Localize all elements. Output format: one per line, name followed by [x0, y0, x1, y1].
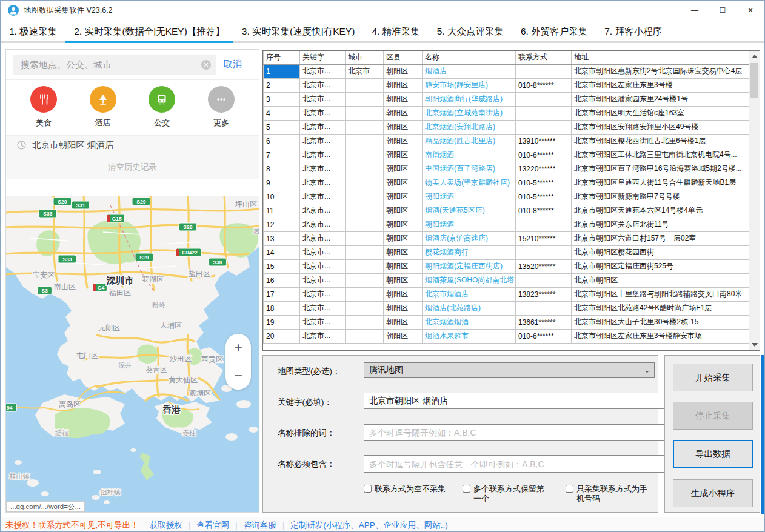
cell[interactable]: 14	[264, 245, 300, 259]
cell[interactable]: 北京市朝阳区关东店北街11号	[572, 218, 750, 231]
cell[interactable]: 北京市...	[300, 78, 346, 92]
cell[interactable]: 朝阳区	[384, 231, 423, 245]
cell[interactable]: 北京市朝阳区潘家园东里24号楼1号	[572, 92, 750, 106]
cell[interactable]	[516, 218, 572, 231]
cell[interactable]: 朝阳区	[384, 176, 423, 190]
cell[interactable]: 18	[264, 301, 300, 315]
cell[interactable]: 朝阳区	[384, 162, 423, 176]
cell[interactable]: 北京市...	[300, 92, 346, 106]
cell[interactable]: 朝阳区	[384, 273, 423, 287]
cell[interactable]: 010-5******	[516, 190, 572, 204]
cell[interactable]	[346, 176, 384, 190]
scrollbar-thumb[interactable]	[750, 63, 758, 98]
cell[interactable]: 南街烟酒	[423, 148, 516, 162]
status-link-3[interactable]: 咨询客服	[244, 520, 276, 531]
category-hotel[interactable]: 酒店	[87, 86, 119, 135]
cell[interactable]	[346, 315, 384, 329]
cell[interactable]: 朝阳区	[384, 329, 423, 343]
scroll-up-icon[interactable]	[752, 55, 758, 58]
cell[interactable]: 1	[264, 64, 300, 78]
cell[interactable]: 北京市朝阳区明天生活馆c座163室	[572, 106, 750, 120]
cell[interactable]	[516, 106, 572, 120]
tab-6[interactable]: 6. 外贸客户采集	[512, 20, 596, 43]
cell[interactable]	[346, 329, 384, 343]
map-canvas[interactable]: S20S31S33S29G15S28G0422S30S29S33S3G494坪山…	[6, 196, 259, 512]
cancel-search-button[interactable]: 取消	[223, 58, 242, 71]
cell[interactable]: 10	[264, 190, 300, 204]
cell[interactable]: 010-6******	[516, 148, 572, 162]
cell[interactable]: 010-5******	[516, 176, 572, 190]
cell[interactable]: 15	[264, 259, 300, 273]
checkbox-input-2[interactable]	[463, 485, 470, 493]
maximize-button[interactable]: ☐	[709, 1, 737, 20]
cell[interactable]: 6	[264, 134, 300, 148]
cell[interactable]: 北京市朝阳区十里堡路与朝阳北路辅路交叉口南80米	[572, 287, 750, 301]
cell[interactable]: 19	[264, 315, 300, 329]
history-item[interactable]: 北京市朝阳区 烟酒店	[6, 136, 259, 155]
cell[interactable]: 13520******	[516, 259, 572, 273]
cell[interactable]	[346, 218, 384, 231]
column-header[interactable]: 联系方式	[516, 51, 572, 64]
status-link-1[interactable]: 获取授权	[150, 520, 182, 531]
column-header[interactable]: 城市	[346, 51, 384, 64]
tab-4[interactable]: 4. 精准采集	[363, 20, 428, 43]
cell[interactable]: 北京市朝阳区安翔路安翔里小区49号楼	[572, 120, 750, 134]
cell[interactable]	[346, 148, 384, 162]
clear-search-icon[interactable]: ✕	[201, 60, 211, 70]
cell[interactable]: 朝阳区	[384, 204, 423, 218]
cell[interactable]	[346, 134, 384, 148]
checkbox-2[interactable]: 多个联系方式保留第一个	[463, 484, 549, 504]
cell[interactable]: 11	[264, 204, 300, 218]
cell[interactable]	[346, 273, 384, 287]
cell[interactable]	[346, 287, 384, 301]
cell[interactable]: 朝阳烟酒商行(华威路店)	[423, 92, 516, 106]
cell[interactable]: 北京市朝阳区新源南路甲7号号楼	[572, 190, 750, 204]
cell[interactable]: 精品烟酒(胜古北里店)	[423, 134, 516, 148]
cell[interactable]: 北京市...	[300, 176, 346, 190]
clear-history-row[interactable]: 清空历史记录	[6, 155, 259, 179]
cell[interactable]	[346, 190, 384, 204]
cell[interactable]: 16	[264, 273, 300, 287]
cell[interactable]: 北京市...	[300, 301, 346, 315]
cell[interactable]: 北京市朝阳区六道口村157号一层02室	[572, 231, 750, 245]
cell[interactable]: 烟酒茶屋(SOHO尚都南北塔)	[423, 273, 516, 287]
cell[interactable]: 20	[264, 329, 300, 343]
cell[interactable]: 朝阳烟酒	[423, 218, 516, 231]
cell[interactable]: 北京市朝阳区左家庄东里3号楼	[572, 78, 750, 92]
category-more[interactable]: 更多	[205, 86, 237, 135]
category-bus[interactable]: 公交	[146, 86, 178, 135]
cell[interactable]: 烟酒店(北苑路店)	[423, 301, 516, 315]
cell[interactable]: 朝阳区	[384, 287, 423, 301]
table-scrollbar[interactable]	[749, 51, 760, 350]
cell[interactable]: 13823******	[516, 287, 572, 301]
status-link-4[interactable]: 定制研发(小程序、APP、企业应用、网站..)	[290, 520, 448, 531]
export-data-button[interactable]: 导出数据	[673, 440, 753, 468]
cell[interactable]: 烟酒店(京沪高速店)	[423, 231, 516, 245]
cell[interactable]: 13910******	[516, 134, 572, 148]
cell[interactable]: 北京市...	[300, 218, 346, 231]
column-header[interactable]: 关键字	[300, 51, 346, 64]
cell[interactable]: 北京市烟酒店	[423, 287, 516, 301]
cell[interactable]	[516, 92, 572, 106]
cell[interactable]: 朝阳区	[384, 301, 423, 315]
zoom-in-button[interactable]: +	[234, 341, 242, 355]
cell[interactable]	[346, 301, 384, 315]
cell[interactable]: 朝阳区	[384, 106, 423, 120]
cell[interactable]: 朝阳烟酒	[423, 190, 516, 204]
cell[interactable]: 北京市...	[300, 273, 346, 287]
cell[interactable]	[516, 245, 572, 259]
cell[interactable]: 北京市朝阳区天通苑本六区14号楼4单元	[572, 204, 750, 218]
cell[interactable]: 朝阳区	[384, 218, 423, 231]
cell[interactable]: 中国烟酒(百子湾路店)	[423, 162, 516, 176]
search-input[interactable]	[13, 59, 216, 70]
cell[interactable]: 朝阳区	[384, 78, 423, 92]
cell[interactable]: 朝阳区	[384, 120, 423, 134]
cell[interactable]: 13661******	[516, 315, 572, 329]
cell[interactable]	[346, 204, 384, 218]
cell[interactable]: 北京市	[346, 64, 384, 78]
column-header[interactable]: 名称	[423, 51, 516, 64]
cell[interactable]: 010-8******	[516, 78, 572, 92]
cell[interactable]: 3	[264, 92, 300, 106]
cell[interactable]: 北京市朝阳区左家庄东里3号楼静安市场	[572, 329, 750, 343]
cell[interactable]	[346, 162, 384, 176]
